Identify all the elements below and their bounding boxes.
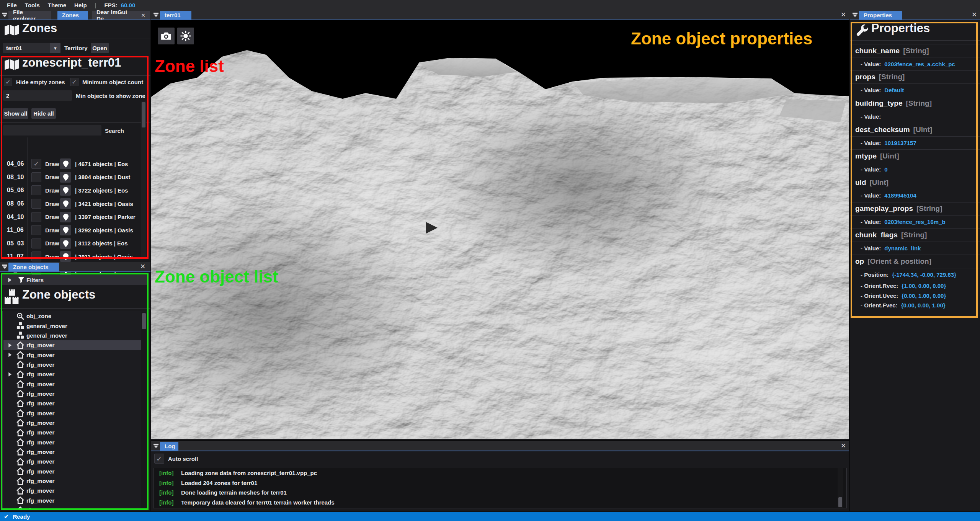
open-territory-button[interactable]: Open (91, 43, 109, 53)
scrollbar-thumb[interactable] (142, 313, 146, 329)
zone-object-row[interactable]: rfg_mover (3, 437, 148, 447)
show-all-button[interactable]: Show all (3, 108, 28, 119)
zone-object-row[interactable]: rfg_mover (3, 340, 148, 350)
zone-object-row[interactable]: rfg_mover (3, 369, 148, 379)
close-icon[interactable]: ✕ (841, 11, 846, 18)
close-icon[interactable]: ✕ (140, 263, 145, 270)
zone-object-row[interactable]: rfg_mover (3, 505, 148, 509)
zone-draw-checkbox[interactable] (31, 199, 41, 209)
object-list-scrollbar[interactable] (141, 312, 147, 508)
property-value-row[interactable]: - Value: (850, 110, 980, 123)
zone-pin-button[interactable] (60, 185, 71, 196)
zone-object-row[interactable]: rfg_mover (3, 428, 148, 437)
property-value-row[interactable]: - Value:1019137157 (850, 136, 980, 149)
tab-file-explorer[interactable]: File explorer (8, 11, 51, 20)
property-value-row[interactable]: - Value:4189945104 (850, 189, 980, 202)
min-objects-input[interactable] (3, 90, 72, 101)
zone-table-row[interactable]: 05_03Draw| 3112 objects | Eos (0, 237, 139, 250)
zone-object-row[interactable]: obj_zone (3, 311, 148, 321)
menu-theme[interactable]: Theme (48, 2, 66, 8)
property-name-row[interactable]: chunk_name[String] (850, 44, 980, 57)
property-value-row[interactable]: - Value:Default (850, 83, 980, 96)
property-value-row[interactable]: - Value:0203fence_res_a.cchk_pc (850, 57, 980, 70)
zone-object-row[interactable]: rfg_mover (3, 476, 148, 486)
scrollbar-thumb[interactable] (142, 102, 145, 127)
property-value-row[interactable]: - Position:{-1744.34, -0.00, 729.63} (850, 268, 980, 281)
zone-table-row[interactable]: 04_10Draw| 3397 objects | Parker (0, 210, 139, 224)
collapse-menu-icon[interactable] (2, 264, 8, 269)
scene-settings-button[interactable] (177, 28, 194, 44)
menu-help[interactable]: Help (74, 2, 87, 8)
tab-log[interactable]: Log (160, 442, 178, 451)
close-icon[interactable]: ✕ (972, 11, 977, 18)
zone-object-row[interactable]: general_mover (3, 321, 148, 330)
zone-table-row[interactable]: 04_06✓Draw| 4671 objects | Eos (0, 157, 139, 171)
zone-table-row[interactable]: 11_06Draw| 3292 objects | Oasis (0, 224, 139, 237)
zone-object-row[interactable]: rfg_mover (3, 379, 148, 389)
close-icon[interactable]: ✕ (141, 12, 145, 18)
chevron-down-icon[interactable]: ▼ (50, 43, 60, 53)
minimum-object-count-checkbox[interactable]: ✓ (70, 78, 78, 86)
filters-header[interactable]: Filters (2, 275, 148, 285)
property-name-row[interactable]: uid[Uint] (850, 176, 980, 189)
property-value-row[interactable]: - Value:dynamic_link (850, 242, 980, 255)
zone-table-row[interactable]: 08_06Draw| 3421 objects | Oasis (0, 197, 139, 211)
zone-draw-checkbox[interactable] (31, 185, 41, 195)
property-value-row[interactable]: - Orient.Uvec:{0.00, 1.00, 0.00} (850, 291, 980, 300)
collapse-menu-icon[interactable] (2, 12, 8, 18)
tab-zones[interactable]: Zones (57, 11, 88, 20)
tab-dear-imgui-demo[interactable]: Dear ImGui De... ✕ (92, 11, 150, 20)
zone-object-row[interactable]: rfg_mover (3, 360, 148, 369)
zone-draw-checkbox[interactable] (31, 238, 41, 248)
zone-object-row[interactable]: rfg_mover (3, 457, 148, 466)
zone-draw-checkbox[interactable] (31, 172, 41, 182)
tab-terr01[interactable]: terr01 (160, 11, 191, 20)
tab-properties[interactable]: Properties (859, 11, 902, 20)
collapse-menu-icon[interactable] (153, 443, 159, 449)
collapse-menu-icon[interactable] (153, 12, 159, 18)
property-name-row[interactable]: props[String] (850, 70, 980, 83)
menu-tools[interactable]: Tools (25, 2, 40, 8)
terrain-viewport[interactable] (151, 20, 849, 439)
hide-empty-zones-checkbox[interactable]: ✓ (4, 78, 12, 86)
zone-draw-checkbox[interactable] (31, 252, 41, 261)
zone-pin-button[interactable] (60, 212, 71, 222)
tab-zone-objects[interactable]: Zone objects (8, 263, 59, 271)
zone-pin-button[interactable] (60, 158, 71, 169)
search-input[interactable] (3, 125, 101, 136)
zone-list-scrollbar[interactable] (141, 101, 146, 259)
zone-draw-checkbox[interactable] (31, 225, 41, 235)
log-scrollbar[interactable] (838, 468, 843, 508)
zone-object-row[interactable]: rfg_mover (3, 408, 148, 418)
zone-pin-button[interactable] (60, 172, 71, 183)
zone-object-row[interactable]: rfg_mover (3, 350, 148, 359)
zone-object-row[interactable]: rfg_mover (3, 418, 148, 428)
chevron-right-icon[interactable] (8, 353, 13, 357)
chevron-right-icon[interactable] (8, 278, 12, 283)
zone-object-row[interactable]: rfg_mover (3, 496, 148, 505)
chevron-right-icon[interactable] (8, 343, 13, 348)
zone-object-row[interactable]: rfg_mover (3, 486, 148, 495)
menu-file[interactable]: File (7, 2, 17, 8)
zone-object-row[interactable]: rfg_mover (3, 447, 148, 457)
property-value-row[interactable]: - Value:0203fence_res_16m_b (850, 215, 980, 228)
zone-object-row[interactable]: general_mover (3, 331, 148, 340)
property-name-row[interactable]: dest_checksum[Uint] (850, 123, 980, 136)
property-value-row[interactable]: - Orient.Fvec:{0.00, 0.00, 1.00} (850, 301, 980, 310)
zone-draw-checkbox[interactable]: ✓ (31, 159, 41, 169)
chevron-right-icon[interactable] (8, 372, 13, 377)
property-name-row[interactable]: op[Orient & position] (850, 255, 980, 268)
property-value-row[interactable]: - Value:0 (850, 163, 980, 176)
property-name-row[interactable]: building_type[String] (850, 97, 980, 110)
zone-pin-button[interactable] (60, 225, 71, 235)
property-value-row[interactable]: - Orient.Rvec:{1.00, 0.00, 0.00} (850, 281, 980, 291)
collapse-menu-icon[interactable] (852, 12, 858, 18)
zone-object-row[interactable]: rfg_mover (3, 467, 148, 476)
property-name-row[interactable]: chunk_flags[String] (850, 228, 980, 241)
property-name-row[interactable]: gameplay_props[String] (850, 202, 980, 215)
zone-table-row[interactable]: 08_10Draw| 3804 objects | Dust (0, 171, 139, 184)
zone-table-row[interactable]: 05_06Draw| 3722 objects | Eos (0, 184, 139, 197)
zone-object-row[interactable]: rfg_mover (3, 399, 148, 408)
territory-combo[interactable]: terr01 ▼ (3, 43, 60, 53)
zone-draw-checkbox[interactable] (31, 212, 41, 222)
